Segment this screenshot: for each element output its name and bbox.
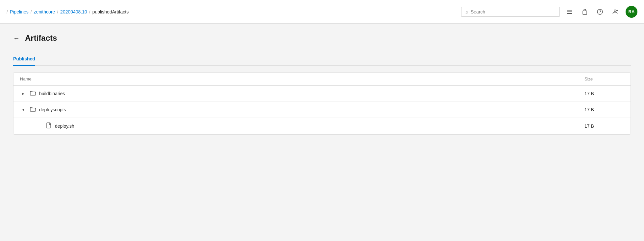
header-right: ⌕ — [461, 6, 637, 18]
svg-rect-8 — [30, 108, 36, 111]
svg-rect-2 — [567, 13, 572, 14]
table-row[interactable]: deploy.sh 17 B — [13, 118, 631, 134]
row-deployscripts-label: deployscripts — [39, 107, 66, 112]
list-icon[interactable] — [565, 7, 574, 16]
tabs-container: Published — [13, 53, 631, 66]
row-buildbinaries-label: buildbinaries — [39, 91, 65, 96]
breadcrumb-sep-0: / — [7, 9, 8, 14]
main-content: ← Artifacts Published Name Size ► — [0, 24, 644, 144]
row-deploysh-name: deploy.sh — [20, 122, 584, 130]
search-input[interactable] — [471, 9, 556, 14]
shopping-bag-icon[interactable] — [580, 7, 589, 16]
svg-rect-0 — [567, 10, 572, 11]
row-deploysh-label: deploy.sh — [55, 123, 74, 129]
header-icons: RA — [565, 6, 637, 18]
tabs: Published — [13, 53, 631, 65]
svg-point-5 — [614, 10, 616, 12]
back-button[interactable]: ← — [13, 34, 20, 42]
breadcrumb-sep-1: / — [31, 9, 32, 14]
breadcrumb-build[interactable]: 20200408.10 — [60, 9, 87, 14]
breadcrumb: / Pipelines / zenithcore / 20200408.10 /… — [7, 9, 129, 14]
row-deployscripts-size: 17 B — [584, 107, 624, 112]
expand-deployscripts-btn[interactable]: ▼ — [20, 106, 27, 113]
breadcrumb-zenithcore[interactable]: zenithcore — [34, 9, 55, 14]
svg-rect-7 — [30, 92, 36, 95]
col-name-header: Name — [20, 77, 584, 81]
breadcrumb-current: publishedArtifacts — [92, 9, 129, 14]
table-header: Name Size — [13, 73, 631, 86]
breadcrumb-pipelines[interactable]: Pipelines — [10, 9, 29, 14]
expand-buildbinaries-btn[interactable]: ► — [20, 90, 27, 97]
row-buildbinaries-name: ► buildbinaries — [20, 90, 584, 97]
page-title: Artifacts — [25, 33, 57, 43]
help-icon[interactable] — [595, 7, 605, 16]
table-row[interactable]: ► buildbinaries 17 B — [13, 86, 631, 102]
col-size-header: Size — [584, 77, 624, 81]
search-icon: ⌕ — [465, 9, 468, 14]
tab-published[interactable]: Published — [13, 53, 35, 66]
folder-icon — [30, 90, 36, 97]
file-icon — [46, 122, 52, 130]
breadcrumb-sep-2: / — [57, 9, 58, 14]
page-header: ← Artifacts — [13, 33, 631, 43]
artifacts-table: Name Size ► buildbinaries 17 B ▼ — [13, 72, 631, 135]
folder-icon — [30, 106, 36, 113]
row-buildbinaries-size: 17 B — [584, 91, 624, 96]
svg-rect-1 — [567, 11, 572, 12]
breadcrumb-sep-3: / — [89, 9, 90, 14]
svg-rect-3 — [583, 11, 587, 14]
user-settings-icon[interactable] — [610, 7, 620, 16]
header: / Pipelines / zenithcore / 20200408.10 /… — [0, 0, 644, 24]
table-row[interactable]: ▼ deployscripts 17 B — [13, 102, 631, 118]
avatar[interactable]: RA — [626, 6, 637, 18]
search-box[interactable]: ⌕ — [461, 7, 560, 17]
row-deploysh-size: 17 B — [584, 123, 624, 129]
row-deployscripts-name: ▼ deployscripts — [20, 106, 584, 113]
svg-rect-9 — [47, 123, 50, 128]
